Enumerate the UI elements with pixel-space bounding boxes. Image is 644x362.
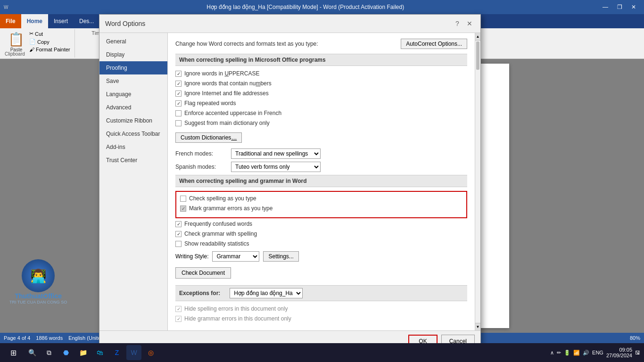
taskbar-task-view[interactable]: ⧉ (41, 345, 57, 360)
taskbar-search-button[interactable]: 🔍 (25, 345, 40, 360)
tab-file[interactable]: File (0, 14, 21, 28)
nav-language[interactable]: Language (99, 88, 167, 101)
nav-customize-ribbon[interactable]: Customize Ribbon (99, 114, 167, 127)
clock-time: 09:05 (606, 347, 632, 353)
exceptions-header: Exceptions for: Hợp đồng lao động_Ha (175, 285, 467, 301)
checkbox-ignore-internet[interactable] (175, 90, 182, 97)
nav-advanced[interactable]: Advanced (99, 101, 167, 114)
copy-button[interactable]: 📄 Copy (28, 38, 72, 45)
section1-header: When correcting spelling in Microsoft Of… (175, 54, 467, 66)
custom-dict-row: Custom Dictionaries… (175, 130, 467, 146)
logo-area: 👨‍💻 ThuthuatOffice TRI TUE CUA DAN CONG … (9, 259, 67, 304)
tray-volume-icon[interactable]: 🔊 (583, 350, 589, 356)
checkbox-check-spelling[interactable] (180, 196, 186, 202)
french-modes-row: French modes: Traditional and new spelli… (175, 148, 467, 159)
option-ignore-uppercase: Ignore words in UPPERCASE (175, 70, 467, 77)
taskbar-edge-icon[interactable]: ⬣ (58, 345, 74, 360)
nav-general[interactable]: General (99, 35, 167, 48)
dialog-scrollbar[interactable]: ▲ ▼ (475, 33, 480, 330)
format-painter-button[interactable]: 🖌 Format Painter (28, 46, 72, 53)
option-mark-grammar: Mark grammar errors as you type (180, 205, 462, 212)
writing-style-row: Writing Style: Grammar Grammar & Style S… (175, 251, 467, 262)
clock-date: 27/09/2024 (606, 353, 632, 358)
exceptions-select[interactable]: Hợp đồng lao động_Ha (230, 288, 303, 298)
checkbox-ignore-uppercase[interactable] (175, 71, 182, 77)
word-count: 1886 words (36, 335, 63, 341)
label-flag-repeated: Flag repeated words (184, 100, 236, 107)
label-suggest-main: Suggest from main dictionary only (184, 120, 270, 126)
option-enforce-accented: Enforce accented uppercase in French (175, 109, 467, 117)
checkbox-show-readability[interactable] (175, 241, 182, 247)
tray-notification[interactable]: 🖫 (635, 350, 640, 355)
scroll-thumb[interactable] (476, 41, 479, 70)
taskbar-word-icon[interactable]: W (126, 345, 141, 360)
maximize-button[interactable]: ❐ (613, 2, 626, 12)
tab-home[interactable]: Home (21, 14, 48, 28)
start-button[interactable]: ⊞ (4, 345, 23, 360)
dialog-close-button[interactable]: ✕ (464, 18, 475, 29)
taskbar-store-icon[interactable]: 🛍 (92, 345, 107, 360)
checkbox-suggest-main[interactable] (175, 120, 182, 126)
dialog-title-bar: Word Options ? ✕ (99, 15, 480, 33)
checkbox-hide-spelling (175, 306, 182, 312)
spanish-modes-label: Spanish modes: (175, 164, 227, 170)
nav-display[interactable]: Display (99, 48, 167, 61)
tray-up-arrow[interactable]: ∧ (550, 350, 554, 356)
tab-insert[interactable]: Insert (48, 14, 74, 28)
paste-button[interactable]: 📋 Paste (5, 30, 28, 54)
checkbox-frequently-confused[interactable] (175, 221, 182, 227)
taskbar-clock[interactable]: 09:05 27/09/2024 (606, 347, 632, 358)
label-hide-spelling-errors: Hide spelling errors in this document on… (184, 305, 288, 312)
taskbar: ⊞ 🔍 ⧉ ⬣ 📁 🛍 Z W ◎ ∧ ✏ 🔋 📶 🔊 ENG 09:05 27… (0, 343, 644, 362)
cut-button[interactable]: ✂ Cut (28, 30, 72, 37)
checkbox-enforce-accented[interactable] (175, 110, 182, 116)
autocorrect-options-button[interactable]: AutoCorrect Options... (401, 39, 467, 49)
option-flag-repeated: Flag repeated words (175, 99, 467, 107)
check-document-button[interactable]: Check Document (175, 267, 231, 279)
dialog-title: Word Options (105, 20, 145, 27)
tray-pen-icon[interactable]: ✏ (557, 350, 561, 356)
custom-dictionaries-button[interactable]: Custom Dictionaries… (175, 132, 242, 143)
nav-add-ins[interactable]: Add-ins (99, 140, 167, 154)
dialog-help-button[interactable]: ? (452, 18, 462, 29)
taskbar-extra-icon[interactable]: ◎ (143, 345, 158, 360)
taskbar-zalo-icon[interactable]: Z (109, 345, 124, 360)
checkbox-flag-repeated[interactable] (175, 100, 182, 107)
autocorrect-label: Change how Word corrects and formats tex… (175, 41, 393, 47)
settings-button[interactable]: Settings... (263, 251, 298, 262)
highlighted-options-box: Check spelling as you type Mark grammar … (175, 191, 467, 218)
cut-label: Cut (35, 31, 43, 37)
scroll-down-button[interactable]: ▼ (475, 323, 480, 330)
nav-trust-center[interactable]: Trust Center (99, 154, 167, 167)
nav-proofing[interactable]: Proofing (99, 61, 167, 74)
nav-quick-access[interactable]: Quick Access Toolbar (99, 127, 167, 140)
tray-language[interactable]: ENG (592, 350, 603, 355)
label-hide-grammar-errors: Hide grammar errors in this document onl… (184, 315, 291, 322)
tray-network-icon[interactable]: 📶 (573, 350, 580, 356)
spanish-modes-select[interactable]: Tuteo verb forms only Voseo verb forms o… (231, 162, 321, 172)
label-check-spelling: Check spelling as you type (189, 195, 256, 202)
taskbar-explorer-icon[interactable]: 📁 (75, 345, 91, 360)
format-painter-label: Format Painter (36, 47, 70, 52)
option-hide-grammar-errors: Hide grammar errors in this document onl… (175, 315, 467, 322)
option-check-grammar: Check grammar with spelling (175, 230, 467, 238)
scroll-up-button[interactable]: ▲ (475, 33, 480, 41)
zoom-level: 80% (630, 335, 640, 341)
minimize-button[interactable]: — (599, 2, 612, 12)
checkbox-ignore-numbers[interactable] (175, 81, 182, 87)
close-button[interactable]: ✕ (627, 2, 640, 12)
tray-battery-icon[interactable]: 🔋 (564, 350, 570, 356)
french-modes-select[interactable]: Traditional and new spellings Traditiona… (231, 148, 321, 159)
label-frequently-confused: Frequently confused words (184, 221, 252, 227)
copy-label: Copy (37, 39, 50, 45)
checkbox-check-grammar[interactable] (175, 231, 182, 237)
check-doc-row: Check Document (175, 265, 467, 280)
label-check-grammar: Check grammar with spelling (184, 230, 257, 237)
writing-style-select[interactable]: Grammar Grammar & Style (212, 251, 259, 262)
checkbox-mark-grammar[interactable] (180, 206, 186, 212)
tab-design[interactable]: Des... (74, 14, 99, 28)
title-bar-controls: — ❐ ✕ (599, 2, 640, 12)
nav-save[interactable]: Save (99, 74, 167, 88)
french-modes-label: French modes: (175, 150, 227, 157)
label-ignore-numbers: Ignore words that contain numbers (184, 80, 272, 87)
